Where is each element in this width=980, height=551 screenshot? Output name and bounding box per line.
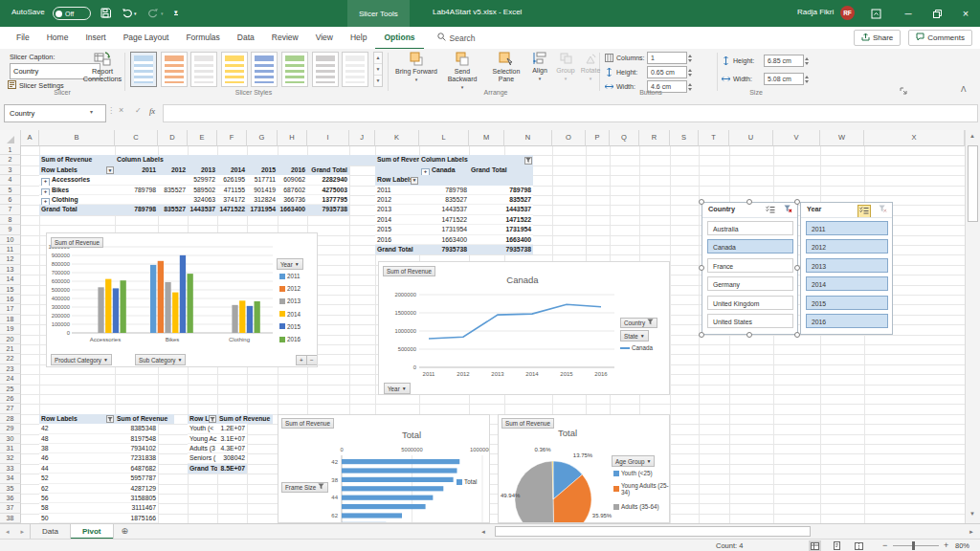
slicer-item-germany[interactable]: Germany (707, 276, 793, 291)
select-all-corner[interactable] (0, 130, 21, 146)
pivot1-row-clothing[interactable]: +Clothing (39, 195, 115, 205)
pivot1-row-bikes[interactable]: +Bikes (39, 186, 115, 195)
new-sheet-icon[interactable]: ⊕ (114, 524, 137, 540)
row-header-9[interactable]: 9 (0, 225, 21, 234)
pivot-cell[interactable] (115, 175, 158, 185)
field-button-sum-of-revenue[interactable]: Sum of Revenue (383, 266, 435, 276)
pivot-cell[interactable]: 56 (39, 494, 115, 503)
pivot-cell[interactable]: 1731954 (469, 225, 533, 234)
pivot-cell[interactable]: Young Ac (188, 434, 217, 444)
clear-filter-icon[interactable] (784, 205, 792, 215)
pivot2-row-labels[interactable]: Row Labels▼ (375, 175, 419, 185)
vertical-scrollbar[interactable]: ▲ ▼ (965, 130, 980, 523)
row-header-4[interactable]: 4 (0, 175, 21, 185)
pivot-cell[interactable]: 324063 (188, 195, 217, 205)
comments-button[interactable]: Comments (908, 30, 972, 46)
zoom-level[interactable]: 80% (955, 541, 969, 550)
pivot-cell[interactable]: 1731954 (419, 225, 469, 234)
scroll-up-icon[interactable]: ▲ (969, 133, 975, 139)
pivot-cell[interactable]: Grand Total (307, 165, 349, 175)
row-header-3[interactable]: 3 (0, 165, 21, 175)
pivot-cell[interactable]: 609062 (278, 175, 307, 185)
column-header-X[interactable]: X (864, 130, 965, 146)
pivot-cell[interactable]: 38 (39, 444, 115, 453)
pivot-cell[interactable]: 1875166 (115, 514, 158, 523)
axis-field-button-year[interactable]: Year▼ (384, 383, 411, 394)
filter-applied-icon[interactable] (106, 415, 114, 423)
scroll-down-icon[interactable]: ▼ (969, 511, 975, 517)
pivot-cell[interactable]: 4275003 (307, 186, 349, 195)
pivot-cell[interactable]: 8385348 (115, 424, 158, 433)
row-header-18[interactable]: 18 (0, 315, 21, 324)
pivot-cell[interactable]: 2013 (375, 205, 419, 214)
pivot-cell[interactable]: 312824 (247, 195, 278, 205)
pivot1-title-cell[interactable]: Sum of Revenue (39, 155, 115, 165)
pivot-cell[interactable]: 7935738 (469, 245, 533, 254)
hscroll-left-icon[interactable]: ◄ (480, 529, 486, 535)
pivot-cell[interactable]: 1.2E+07 (217, 424, 247, 433)
slicer-style-swatch[interactable] (312, 52, 339, 87)
pivot-cell[interactable]: 1471522 (217, 205, 247, 214)
slicer-style-swatch[interactable] (221, 52, 248, 87)
pivot-cell[interactable]: 1443537 (419, 205, 469, 214)
page-break-view-icon[interactable] (853, 540, 865, 551)
save-icon[interactable] (100, 7, 112, 21)
undo-dropdown-icon[interactable]: ▾ (134, 11, 137, 16)
table-a-row-labels[interactable]: Row Labels (39, 414, 115, 424)
multi-select-icon[interactable] (858, 205, 871, 218)
pivot-cell[interactable]: 7231838 (115, 453, 158, 463)
row-header-13[interactable]: 13 (0, 265, 21, 275)
row-header-11[interactable]: 11 (0, 245, 21, 254)
sheet-nav-right-icon[interactable]: ▸ (15, 524, 32, 540)
horizontal-scrollbar[interactable]: ◄ ► (136, 524, 980, 540)
slicer-item-australia[interactable]: Australia (707, 221, 793, 235)
pivot-chart-total-by-age-group[interactable]: Total13.75%35.95%49.94%0.36%Age Group▼Yo… (498, 414, 670, 523)
zoom-slider-track[interactable] (893, 545, 939, 546)
selection-handle[interactable] (794, 265, 800, 271)
pivot-cell[interactable]: Grand Total (39, 205, 115, 214)
name-box-dropdown-icon[interactable]: ▾ (90, 108, 93, 115)
row-header-10[interactable]: 10 (0, 235, 21, 245)
undo-icon[interactable] (121, 7, 133, 21)
gallery-up-icon[interactable]: ▲ (374, 53, 382, 63)
legend-field-button-age-group[interactable]: Age Group▼ (612, 455, 655, 467)
row-header-38[interactable]: 38 (0, 514, 21, 523)
pivot-cell[interactable]: 46 (39, 453, 115, 463)
pivot-cell[interactable]: 626195 (217, 175, 247, 185)
column-header-H[interactable]: H (278, 130, 307, 146)
pivot-cell[interactable]: 52 (39, 474, 115, 483)
pivot-cell[interactable]: 5957787 (115, 474, 158, 483)
slicer-item-2013[interactable]: 2013 (806, 258, 888, 273)
arrange-selection-pane-button[interactable]: Selection Pane (486, 52, 526, 83)
legend-field-button-year[interactable]: Year▼ (277, 258, 303, 270)
column-header-B[interactable]: B (39, 130, 115, 146)
gallery-down-icon[interactable]: ▼ (374, 63, 382, 75)
slicer-style-swatch[interactable] (161, 52, 188, 87)
pivot-cell[interactable]: 517711 (247, 175, 278, 185)
ribbon-tab-insert[interactable]: Insert (77, 27, 114, 48)
selection-handle[interactable] (699, 265, 704, 271)
collapse-ribbon-icon[interactable]: ᐱ (961, 85, 966, 94)
pivot-cell[interactable] (469, 175, 533, 185)
normal-view-icon[interactable] (809, 540, 821, 551)
pivot-cell[interactable]: 374172 (217, 195, 247, 205)
row-header-7[interactable]: 7 (0, 205, 21, 214)
pivot-cell[interactable]: 835527 (158, 186, 188, 195)
pivot-chart-total-by-frame-size[interactable]: Total05000000100000004238446258Sum of Re… (278, 414, 490, 523)
pivot-cell[interactable]: 2015 (247, 165, 278, 175)
selection-handle[interactable] (794, 332, 800, 338)
row-header-23[interactable]: 23 (0, 364, 21, 374)
multi-select-icon[interactable] (765, 205, 776, 216)
pivot-cell[interactable] (158, 195, 188, 205)
selection-handle[interactable] (794, 199, 800, 205)
field-button-sum-of-revenue[interactable]: Sum of Revenue (281, 418, 334, 429)
row-header-8[interactable]: 8 (0, 215, 21, 225)
row-header-24[interactable]: 24 (0, 374, 21, 384)
filter-field-button-country[interactable]: Country (620, 318, 657, 328)
legend-item[interactable]: Youth (<25) (613, 470, 653, 476)
row-header-30[interactable]: 30 (0, 434, 21, 444)
axis-field-button-product-category[interactable]: Product Category▼ (51, 354, 112, 365)
ribbon-tab-formulas[interactable]: Formulas (177, 27, 228, 48)
gallery-more-icon[interactable]: ▼ (374, 75, 382, 86)
column-header-G[interactable]: G (247, 130, 278, 146)
